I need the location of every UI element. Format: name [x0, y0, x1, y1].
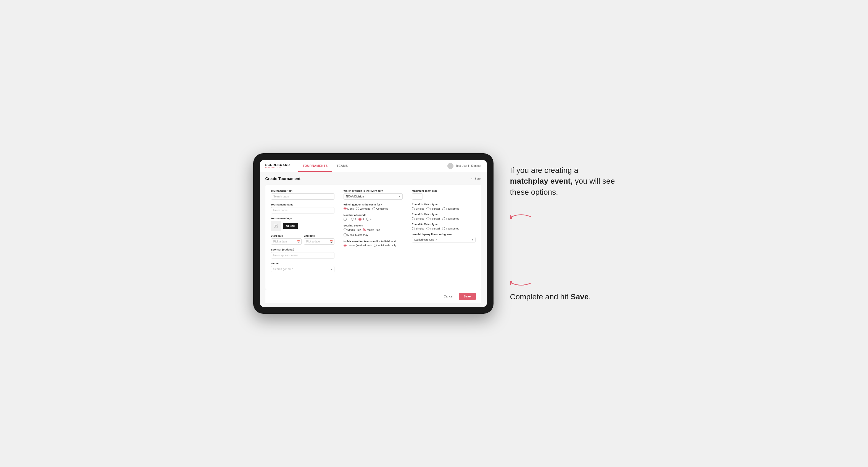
form-middle-column: Which division is the event for? NCAA Di…	[339, 189, 407, 285]
page-title: Create Tournament	[266, 177, 301, 181]
top-bold: matchplay event,	[510, 177, 573, 185]
api-dropdown-icon[interactable]: ▾	[472, 238, 473, 241]
bottom-annotation-text: Complete and hit Save.	[510, 291, 615, 302]
date-fields: Start date 📅 End date	[271, 234, 335, 245]
venue-group: Venue	[271, 262, 335, 272]
rounds-2-radio[interactable]	[351, 218, 354, 221]
end-date-group: End date 📅	[304, 234, 335, 245]
teams-teams-label: Teams (+Individuals)	[347, 244, 371, 247]
scoring-match-radio[interactable]	[363, 228, 366, 231]
round2-fourball-option[interactable]: Fourball	[426, 217, 440, 220]
round2-foursomes-radio[interactable]	[442, 217, 445, 220]
rounds-1-label: 1	[347, 218, 349, 221]
tab-teams[interactable]: TEAMS	[332, 160, 352, 172]
round3-singles-radio[interactable]	[412, 227, 415, 230]
rounds-1-option[interactable]: 1	[344, 218, 349, 221]
round1-foursomes-radio[interactable]	[442, 207, 445, 210]
cancel-button[interactable]: Cancel	[440, 293, 457, 300]
gender-combined-option[interactable]: Combined	[372, 207, 388, 210]
round1-foursomes-option[interactable]: Foursomes	[442, 207, 459, 210]
scoring-stroke-option[interactable]: Stroke Play	[344, 228, 361, 231]
gender-womens-option[interactable]: Womens	[356, 207, 370, 210]
bottom-arrow-svg	[510, 278, 532, 289]
round2-singles-radio[interactable]	[412, 217, 415, 220]
round3-fourball-radio[interactable]	[426, 227, 429, 230]
sponsor-input[interactable]	[271, 252, 335, 258]
gender-combined-label: Combined	[376, 207, 388, 210]
form-container: Tournament Host Tournament name Tourname…	[266, 185, 482, 290]
back-button[interactable]: ← Back	[471, 177, 482, 180]
tournament-logo-group: Tournament logo Upload	[271, 217, 335, 231]
division-select[interactable]: NCAA Division I	[344, 193, 403, 200]
rounds-3-radio[interactable]	[359, 218, 362, 221]
scoring-medal-option[interactable]: Medal Match Play	[344, 234, 368, 237]
api-selected-value: Leaderboard King	[414, 238, 434, 241]
rounds-1-radio[interactable]	[344, 218, 347, 221]
gender-womens-label: Womens	[360, 207, 370, 210]
teams-individuals-radio[interactable]	[374, 244, 377, 247]
gender-mens-radio[interactable]	[344, 207, 347, 210]
max-team-size-group: Maximum Team Size 5	[412, 189, 475, 200]
teams-radio-group: Teams (+Individuals) Individuals Only	[344, 244, 403, 247]
scoring-medal-radio[interactable]	[344, 234, 347, 237]
upload-button[interactable]: Upload	[283, 223, 298, 229]
signout-link[interactable]: Sign out	[471, 164, 482, 167]
tablet-screen: SCOREBOARD Powered by clippit TOURNAMENT…	[260, 160, 487, 307]
logo-upload-area: Upload	[271, 221, 335, 231]
main-content: Create Tournament ← Back Tournament Host…	[260, 172, 487, 307]
end-date-wrap: 📅	[304, 238, 335, 245]
round2-foursomes-option[interactable]: Foursomes	[442, 217, 459, 220]
api-tag-remove[interactable]: ✕	[435, 238, 437, 241]
max-team-size-input[interactable]: 5	[412, 193, 423, 200]
tournament-name-input[interactable]	[271, 207, 335, 214]
round3-foursomes-option[interactable]: Foursomes	[442, 227, 459, 230]
rounds-3-option[interactable]: 3	[359, 218, 364, 221]
tournament-name-group: Tournament name	[271, 203, 335, 214]
gender-mens-option[interactable]: Mens	[344, 207, 354, 210]
end-date-label: End date	[304, 234, 335, 237]
round2-foursomes-label: Foursomes	[446, 217, 459, 220]
round1-label: Round 1 - Match Type	[412, 203, 475, 206]
tournament-host-group: Tournament Host	[271, 189, 335, 200]
teams-teams-option[interactable]: Teams (+Individuals)	[344, 244, 371, 247]
round1-fourball-option[interactable]: Fourball	[426, 207, 440, 210]
teams-individuals-option[interactable]: Individuals Only	[374, 244, 396, 247]
tab-tournaments[interactable]: TOURNAMENTS	[298, 160, 332, 172]
round2-singles-option[interactable]: Singles	[412, 217, 424, 220]
api-label: Use third-party live scoring API?	[412, 233, 475, 236]
start-date-wrap: 📅	[271, 238, 302, 245]
date-group: Start date 📅 End date	[271, 234, 335, 245]
round3-singles-option[interactable]: Singles	[412, 227, 424, 230]
round3-fourball-option[interactable]: Fourball	[426, 227, 440, 230]
round2-section: Round 2 - Match Type Singles Fourball	[412, 213, 475, 220]
nav-right: Test User | Sign out	[447, 163, 481, 169]
rounds-4-label: 4	[370, 218, 371, 221]
save-button[interactable]: Save	[459, 293, 476, 300]
scoring-stroke-radio[interactable]	[344, 228, 347, 231]
tournament-host-label: Tournament Host	[271, 189, 335, 192]
round1-singles-option[interactable]: Singles	[412, 207, 424, 210]
round3-foursomes-radio[interactable]	[442, 227, 445, 230]
scoring-match-option[interactable]: Match Play	[363, 228, 380, 231]
rounds-4-radio[interactable]	[366, 218, 369, 221]
division-group: Which division is the event for? NCAA Di…	[344, 189, 403, 200]
rounds-4-option[interactable]: 4	[366, 218, 371, 221]
gender-mens-label: Mens	[347, 207, 354, 210]
round1-singles-radio[interactable]	[412, 207, 415, 210]
tournament-host-input[interactable]	[271, 193, 335, 200]
rounds-2-option[interactable]: 2	[351, 218, 356, 221]
user-label: Test User |	[456, 164, 469, 167]
gender-combined-radio[interactable]	[372, 207, 375, 210]
avatar	[447, 163, 454, 169]
teams-teams-radio[interactable]	[344, 244, 347, 247]
scoring-group: Scoring system Stroke Play Match Play	[344, 224, 403, 237]
scoring-match-label: Match Play	[367, 228, 380, 231]
top-annotation: If you are creating a matchplay event, y…	[510, 165, 615, 222]
round2-fourball-radio[interactable]	[426, 217, 429, 220]
venue-select-wrap	[271, 266, 335, 272]
venue-input[interactable]	[271, 266, 335, 272]
round1-foursomes-label: Foursomes	[446, 207, 459, 210]
round1-fourball-radio[interactable]	[426, 207, 429, 210]
sponsor-group: Sponsor (optional)	[271, 248, 335, 258]
gender-womens-radio[interactable]	[356, 207, 359, 210]
